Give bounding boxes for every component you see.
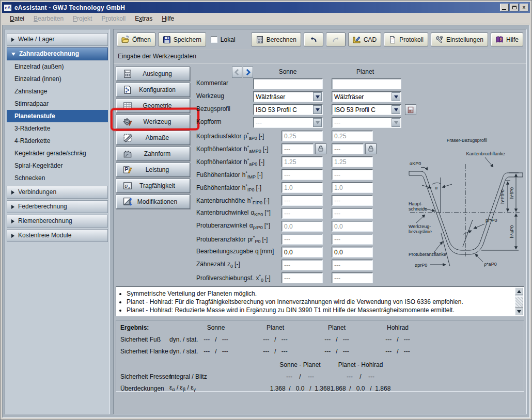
menu-hilfe[interactable]: Hilfe [157,14,179,23]
results-col-header: Hohlrad [387,324,409,331]
scroll-down-button[interactable] [515,308,523,315]
kopfhoehenfaktor-ap0-sonne-input [281,156,323,167]
sidebar-item-einzelrad-innen[interactable]: Einzelrad (innen) [7,73,108,85]
bezugsprofil-planet-dropdown[interactable]: ISO 53 Profil C [332,104,401,115]
column-header-planet: Planet [356,68,374,75]
scrollbar-thumb[interactable] [515,296,523,308]
next-pair-button[interactable] [243,67,253,78]
bezugsprofil-sonne-dropdown[interactable]: ISO 53 Profil C [253,104,323,115]
chevron-right-icon [11,190,14,195]
undo-icon [309,36,318,44]
scroll-up-button[interactable] [515,287,523,295]
profile-calculator-button[interactable] [405,104,416,115]
sidebar-item-zahnstange[interactable]: Zahnstange [7,85,108,98]
diagram-label: Haupt- [409,201,423,206]
sidebar-group-label: Federberechnung [18,201,67,213]
menu-extras[interactable]: Extras [130,14,157,23]
previous-pair-button [232,67,242,78]
sidebar-item-planetenstufe[interactable]: Planetenstufe [7,110,108,122]
lock-button-sonne[interactable] [315,143,326,154]
open-button[interactable]: Öffnen [117,33,155,46]
sidebar-group-federberechnung[interactable]: Federberechnung [7,200,108,213]
help-book-icon: ? [495,36,504,44]
minimize-icon [502,9,506,10]
chevron-right-icon [11,38,14,42]
calculate-button[interactable]: Berechnen [251,33,301,46]
sidebar-group-label: Welle / Lager [18,34,54,45]
kantenbruchwinkel-planet-input [332,208,373,219]
werkzeug-sonne-dropdown[interactable]: Wälzfräser [253,91,323,102]
form-row-bezugsprofil: Bezugsprofil ISO 53 Profil C ISO 53 Prof… [114,104,526,116]
sidebar-item-stirnradpaar[interactable]: Stirnradpaar [7,98,108,110]
diagram-label: h*FfP0 [500,189,505,204]
bearbeitungszugabe-planet-input[interactable] [332,247,373,257]
dropdown-arrow-icon [316,108,320,111]
sidebar-group-welle-lager[interactable]: Welle / Lager [7,33,108,46]
lock-button-planet[interactable] [365,143,377,154]
profilverschiebungsfaktor-planet-input [332,272,373,283]
kommentar-sonne-input[interactable] [253,78,323,89]
app-icon: eA [4,4,12,11]
close-button[interactable]: × [520,4,528,11]
sidebar-group-kostenfreie-module[interactable]: Kostenfreie Module [7,229,108,242]
diagram-label: h*aP0 [509,225,514,238]
lokal-checkbox[interactable] [211,36,217,43]
calculator-icon [256,36,264,44]
save-button[interactable]: Speichern [158,33,206,46]
settings-button[interactable]: Einstellungen [431,33,488,46]
sidebar-item-einzelrad-aussen[interactable]: Einzelrad (außen) [7,60,108,73]
sidebar-group-riemenberechnung[interactable]: Riemenberechnung [7,215,108,228]
maximize-button[interactable] [510,4,519,11]
kommentar-planet-input[interactable] [332,78,401,89]
kopfhoehenfaktor-amp0-sonne-input [281,143,314,154]
undo-button[interactable] [304,33,323,46]
help-button[interactable]: ? Hilfe [491,33,523,46]
kopfradiusfaktor-planet-input [332,131,373,141]
chevron-down-icon [11,53,15,56]
sidebar-item-4-raederkette[interactable]: 4-Räderkette [7,135,108,147]
zaehnezahl-planet-input [332,260,373,270]
lock-icon [368,146,374,152]
results-value: --- / --- [263,336,287,343]
cad-button[interactable]: CAD [348,33,381,46]
notes-scrollbar[interactable] [515,287,523,315]
sidebar-item-spiral-kegelraeder[interactable]: Spiral-Kegelräder [7,159,108,172]
results-value: 1.868 / 0.0 / 1.868 [331,385,391,392]
results-row-label: Überdeckungen [120,385,164,392]
kopfform-planet-dropdown: --- [332,117,401,128]
bearbeitungszugabe-sonne-input[interactable] [281,247,323,257]
dropdown-arrow-icon [394,121,398,124]
diagram-label: Werkzeug- [409,224,431,229]
sidebar-group-label: Riemenberechnung [18,215,72,227]
scroll-down-icon [517,310,521,313]
application-window: eA eAssistant - GWJ Technology GmbH × Da… [0,0,532,420]
results-value: --- / --- [286,373,314,380]
sidebar-item-kegelraeder[interactable]: Kegelräder gerade/schräg [7,147,108,159]
sidebar-item-schnecken[interactable]: Schnecken [7,172,108,184]
results-row-mode: Integral / Blitz [169,373,207,380]
sidebar-group-zahnradberechnung[interactable]: Zahnradberechnung [7,47,108,60]
note-item: Planet - Hohlrad: Reduzierte Masse wird … [127,306,511,314]
lock-icon [318,146,324,152]
menu-datei[interactable]: Datei [5,14,29,23]
fusshoehenfaktor-fp0-sonne-input [281,182,323,193]
werkzeug-planet-dropdown[interactable]: Wälzfräser [332,91,401,102]
diagram-label: Protuberanzflanke [409,252,446,257]
protocol-button[interactable]: Protokoll [384,33,428,46]
sidebar-group-verbindungen[interactable]: Verbindungen [7,186,108,199]
kantenbruchhoehe-sonne-input [281,195,323,206]
open-folder-icon [121,36,130,44]
minimize-button[interactable] [500,4,509,11]
diagram-label: αprP0 [415,263,427,268]
sidebar-group-label: Verbindungen [18,186,56,198]
sidebar-item-3-raederkette[interactable]: 3-Räderkette [7,122,108,135]
form-row-kopfform: Kopfform --- --- [114,117,526,128]
save-disk-icon [163,36,171,44]
results-panel: Ergebnis: Sonne Planet Planet Hohlrad Si… [116,320,524,392]
kantenbruchhoehe-planet-input [332,195,373,206]
dropdown-arrow-icon [316,95,320,99]
results-pair-header: Planet - Hohlrad [338,361,383,368]
svg-text:?: ? [499,38,502,41]
calculator-icon [122,69,133,79]
document-icon [388,36,397,44]
